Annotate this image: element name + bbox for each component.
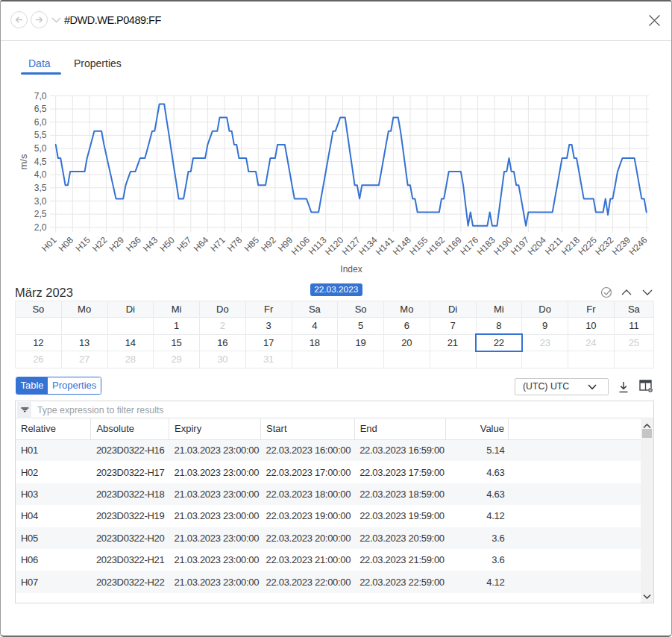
svg-text:H92: H92 bbox=[259, 234, 278, 254]
svg-text:2,0: 2,0 bbox=[34, 222, 47, 233]
svg-text:6,5: 6,5 bbox=[34, 104, 47, 114]
svg-text:2,5: 2,5 bbox=[34, 209, 47, 219]
svg-text:H106: H106 bbox=[289, 234, 312, 257]
svg-text:H211: H211 bbox=[543, 234, 565, 257]
svg-text:H169: H169 bbox=[442, 234, 464, 257]
svg-text:5,0: 5,0 bbox=[34, 143, 47, 154]
svg-text:6,0: 6,0 bbox=[34, 117, 47, 128]
svg-text:H64: H64 bbox=[192, 234, 211, 254]
svg-text:H225: H225 bbox=[577, 234, 599, 257]
svg-text:Index: Index bbox=[340, 264, 362, 274]
svg-text:H43: H43 bbox=[141, 234, 160, 254]
svg-text:4,0: 4,0 bbox=[34, 169, 47, 180]
svg-text:H197: H197 bbox=[509, 234, 531, 257]
svg-text:H36: H36 bbox=[124, 234, 143, 254]
svg-text:H148: H148 bbox=[391, 234, 413, 257]
svg-text:3,5: 3,5 bbox=[34, 183, 47, 193]
svg-text:H127: H127 bbox=[340, 234, 362, 257]
svg-text:m/s: m/s bbox=[18, 154, 29, 169]
svg-text:H08: H08 bbox=[57, 234, 76, 254]
svg-text:H232: H232 bbox=[593, 234, 615, 257]
svg-text:H162: H162 bbox=[424, 234, 447, 257]
svg-text:H78: H78 bbox=[225, 234, 245, 254]
svg-text:H218: H218 bbox=[559, 234, 582, 257]
svg-text:H141: H141 bbox=[374, 234, 396, 257]
svg-text:H183: H183 bbox=[475, 234, 497, 257]
svg-text:H57: H57 bbox=[175, 234, 194, 254]
svg-text:3,0: 3,0 bbox=[34, 196, 47, 207]
svg-text:H246: H246 bbox=[627, 234, 649, 257]
svg-text:H85: H85 bbox=[242, 234, 262, 254]
svg-text:H22: H22 bbox=[90, 234, 110, 254]
svg-text:H15: H15 bbox=[73, 234, 92, 254]
svg-text:H190: H190 bbox=[492, 234, 514, 257]
svg-text:H239: H239 bbox=[610, 234, 632, 257]
svg-text:H71: H71 bbox=[208, 234, 227, 254]
svg-text:H120: H120 bbox=[323, 234, 345, 257]
svg-text:H50: H50 bbox=[157, 234, 177, 254]
svg-text:H113: H113 bbox=[307, 234, 329, 257]
svg-text:H176: H176 bbox=[458, 234, 480, 257]
svg-text:5,5: 5,5 bbox=[34, 130, 47, 140]
svg-text:H204: H204 bbox=[526, 234, 548, 257]
svg-text:H01: H01 bbox=[40, 234, 59, 254]
svg-text:H134: H134 bbox=[357, 234, 379, 257]
svg-text:4,5: 4,5 bbox=[34, 157, 47, 167]
svg-text:H29: H29 bbox=[107, 234, 127, 254]
svg-text:H155: H155 bbox=[407, 234, 430, 257]
svg-text:7,0: 7,0 bbox=[34, 91, 47, 101]
